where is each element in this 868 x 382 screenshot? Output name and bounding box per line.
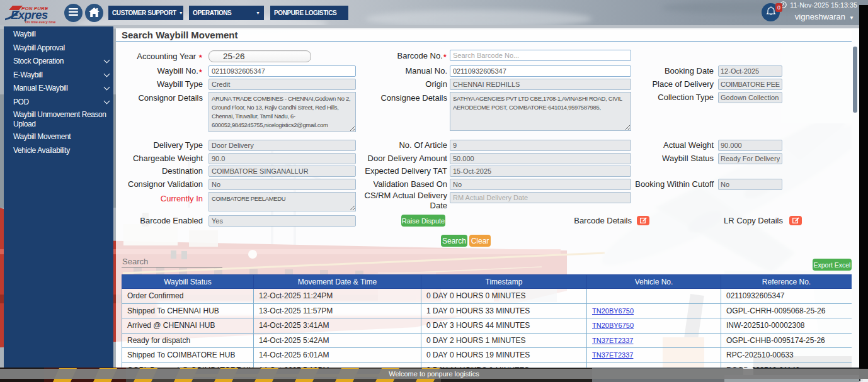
col-header-waybill-status[interactable]: Waybill Status	[122, 275, 254, 289]
table-search-input[interactable]	[122, 255, 222, 268]
chevron-down-icon	[104, 57, 110, 64]
actual-weight-input[interactable]	[718, 140, 782, 151]
nav-menu-ponpure-logistics[interactable]: PONPURE LOGISTICS	[270, 6, 348, 20]
barcode-enabled-input[interactable]	[208, 215, 356, 227]
table-row[interactable]: Order Confirmed 12-Oct-2025 11:24PM 0 DA…	[122, 289, 852, 304]
cell-reference-no: INW-202510-00002308	[721, 318, 852, 334]
label-origin: Origin	[330, 79, 447, 89]
collection-type-input[interactable]	[718, 92, 782, 103]
vehicle-link[interactable]: TN20BY6750	[592, 307, 634, 315]
search-button[interactable]: Search	[441, 235, 467, 247]
label-lr-copy-details: LR Copy Details	[658, 216, 783, 226]
user-menu[interactable]: vigneshwaran▼	[795, 12, 854, 21]
cell-waybill-status: Ready for dispatch	[122, 333, 254, 348]
chevron-down-icon	[104, 98, 110, 104]
sidebar-item-waybill[interactable]: Waybill	[4, 28, 113, 42]
menu-toggle-button[interactable]	[64, 4, 83, 22]
col-header-timestamp[interactable]: Timestamp	[421, 275, 587, 289]
label-csrm-actual-delivery-date: CS/RM Actual Delivery Date	[353, 191, 447, 211]
cell-movement-datetime: 14-Oct-2025 3:41AM	[254, 318, 421, 334]
vehicle-link[interactable]: TN37ET2337	[592, 337, 633, 344]
barcode-details-edit-button[interactable]	[637, 216, 649, 225]
booking-within-cutoff-input[interactable]	[718, 179, 782, 190]
cell-timestamp: 0 DAY 2 HOURS 1 MINUTES	[421, 333, 587, 348]
cell-vehicle-no: TN37ET2337	[587, 362, 721, 368]
label-consignor-validation: Consignor Validation	[116, 179, 203, 189]
cell-waybill-status: Arrived @ CHENNAI HUB	[122, 318, 254, 334]
sidebar-item-manual-e-waybill[interactable]: Manual E-Waybill	[4, 82, 113, 96]
table-row[interactable]: Shipped To COIMBATORE HUB 14-Oct-2025 6:…	[122, 348, 852, 363]
hamburger-icon	[69, 8, 78, 18]
nav-menu-label: CUSTOMER SUPPORT	[112, 9, 176, 16]
cell-timestamp: 1 DAY 0 HOURS 33 MINUTES	[421, 303, 587, 318]
cell-movement-datetime: 14-Oct-2025 5:10PM	[254, 362, 421, 368]
scrollbar-thumb[interactable]	[853, 47, 857, 113]
accounting-year-combobox[interactable]	[208, 50, 311, 62]
label-barcode-details: Barcode Details	[506, 216, 632, 226]
barcode-no-input[interactable]	[450, 50, 631, 61]
label-destination: Destination	[116, 166, 203, 176]
sidebar-item-label: Waybill Unmovement Reason Upload	[13, 110, 109, 129]
sidebar-item-waybill-approval[interactable]: Waybill Approval	[4, 42, 113, 55]
home-icon	[89, 8, 100, 19]
home-button[interactable]	[85, 4, 103, 22]
caret-down-icon: ▼	[179, 11, 183, 15]
vehicle-link[interactable]: TN37ET2337	[592, 351, 633, 359]
sidebar-item-label: E-Waybill	[13, 70, 43, 80]
vehicle-link[interactable]: TN20BY6750	[592, 322, 634, 329]
sidebar-item-e-waybill[interactable]: E-Waybill	[4, 69, 113, 82]
nav-menu-label: OPERATIONS	[193, 9, 231, 16]
cell-reference-no: OGPL-CHHB-0095174-25-26	[721, 333, 852, 348]
cell-movement-datetime: 12-Oct-2025 11:24PM	[254, 289, 421, 304]
label-delivery-type: Delivery Type	[116, 140, 203, 150]
ponpure-expres-logo[interactable]: PON PURE Expres On time every time	[5, 3, 68, 28]
sidebar-item-waybill-movement[interactable]: Waybill Movement	[4, 130, 113, 144]
vertical-scrollbar[interactable]	[852, 28, 859, 368]
nav-menu-customer-support[interactable]: CUSTOMER SUPPORT▼	[108, 6, 183, 20]
currently-in-textarea[interactable]: COIMBATORE PEELAMEDU	[208, 192, 356, 211]
table-row[interactable]: Ready for dispatch 14-Oct-2025 5:42AM 0 …	[122, 333, 852, 348]
sidebar-item-stock-operation[interactable]: Stock Operation	[4, 55, 113, 69]
nav-menu-label: PONPURE LOGISTICS	[274, 9, 336, 16]
cell-movement-datetime: 14-Oct-2025 6:01AM	[254, 348, 421, 363]
booking-date-input[interactable]	[718, 65, 782, 77]
cell-reference-no: RPC-202510-00633	[721, 348, 852, 363]
label-barcode-enabled: Barcode Enabled	[116, 216, 203, 226]
label-manual-no: Manual No.	[330, 66, 447, 76]
page-title: Search Waybill Movement	[116, 28, 852, 42]
clear-button[interactable]: Clear	[469, 235, 491, 247]
label-consignor-details: Consignor Details	[116, 93, 203, 103]
sidebar-item-label: Vehicle Availability	[13, 146, 70, 155]
table-row[interactable]: Shipped To CHENNAI HUB 13-Oct-2025 11:57…	[122, 303, 852, 318]
sidebar-menu: Waybill Waybill Approval Stock Operation…	[4, 26, 113, 368]
expected-delivery-tat-input[interactable]	[450, 166, 631, 177]
table-row[interactable]: Arrived @ CHENNAI HUB 14-Oct-2025 3:41AM…	[122, 318, 852, 334]
label-currently-in: Currently In	[116, 194, 203, 204]
col-header-vehicle-no[interactable]: Vehicle No.	[587, 275, 721, 289]
required-asterisk: ★	[443, 53, 447, 59]
label-collection-type: Collection Type	[592, 93, 714, 103]
sidebar-item-waybill-unmovement-reason-upload[interactable]: Waybill Unmovement Reason Upload	[4, 109, 113, 130]
lr-copy-details-edit-button[interactable]	[789, 216, 802, 225]
sidebar-item-vehicle-availability[interactable]: Vehicle Availability	[4, 144, 113, 158]
col-header-reference-no[interactable]: Reference No.	[721, 275, 852, 289]
cell-reference-no: OGPL-CHRH-0095068-25-26	[721, 303, 852, 318]
place-of-delivery-input[interactable]	[718, 79, 782, 90]
cell-timestamp: 0 DAY 0 HOURS 19 MINUTES	[421, 348, 587, 363]
top-navbar: PON PURE Expres On time every time CUSTO…	[0, 0, 868, 25]
vehicle-link[interactable]: TN37ET2337	[592, 366, 633, 368]
label-accounting-year: Accounting Year ★	[116, 52, 203, 62]
nav-menu-operations[interactable]: OPERATIONS▼	[189, 6, 264, 20]
col-header-movement-datetime[interactable]: Movement Date & Time	[254, 275, 421, 289]
waybill-status-input[interactable]	[718, 153, 782, 164]
label-chargeable-weight: Chargeable Weight	[116, 154, 203, 164]
waybill-movement-table: Waybill Status Movement Date & Time Time…	[122, 274, 852, 368]
chevron-down-icon	[104, 70, 110, 77]
csrm-actual-delivery-date-input[interactable]	[450, 192, 631, 203]
sidebar-item-pod[interactable]: POD	[4, 96, 113, 110]
label-validation-based-on: Validation Based On	[330, 179, 447, 189]
caret-down-icon: ▼	[256, 11, 260, 15]
export-excel-button[interactable]: Export Excel	[813, 259, 852, 271]
table-row[interactable]: OGPL Dropped @ COIMBATORE HUB 14-Oct-202…	[122, 362, 852, 368]
raise-dispute-button[interactable]: Raise Dispute	[401, 215, 445, 227]
